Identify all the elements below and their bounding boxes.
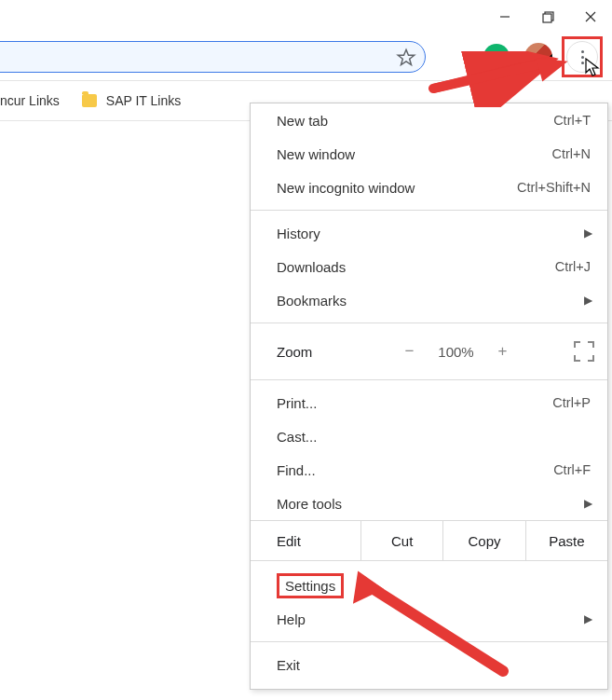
menu-new-window[interactable]: New window Ctrl+N	[251, 137, 607, 171]
menu-exit[interactable]: Exit	[251, 648, 607, 681]
more-button-highlight	[562, 36, 603, 77]
menu-settings[interactable]: Settings	[251, 569, 607, 602]
menu-shortcut: Ctrl+P	[552, 395, 591, 410]
menu-label: History	[277, 226, 320, 241]
menu-edit-row: Edit Cut Copy Paste	[251, 520, 607, 561]
menu-bookmarks[interactable]: Bookmarks ▶	[251, 283, 607, 317]
menu-shortcut: Ctrl+J	[555, 259, 591, 274]
menu-cast[interactable]: Cast...	[251, 419, 607, 453]
menu-label: Settings	[285, 578, 335, 594]
menu-label: Downloads	[277, 259, 346, 275]
edit-cut-button[interactable]: Cut	[360, 521, 442, 560]
settings-highlight: Settings	[277, 573, 344, 598]
bookmark-folder-1[interactable]: ncur Links	[0, 93, 60, 108]
menu-label: Print...	[277, 395, 317, 411]
chrome-menu: New tab Ctrl+T New window Ctrl+N New inc…	[250, 103, 608, 690]
edit-copy-button[interactable]: Copy	[442, 521, 524, 560]
zoom-out-button[interactable]: −	[405, 342, 415, 361]
submenu-arrow-icon: ▶	[584, 612, 592, 625]
menu-label: New window	[277, 146, 355, 162]
close-button[interactable]	[569, 0, 612, 34]
extension-badge: off	[487, 63, 507, 75]
edit-label: Edit	[251, 533, 360, 549]
menu-separator	[251, 210, 607, 211]
bookmark-label: SAP IT Links	[106, 93, 181, 108]
extension-icon[interactable]: off	[483, 44, 510, 70]
folder-icon	[82, 94, 97, 107]
menu-more-tools[interactable]: More tools ▶	[251, 487, 607, 520]
menu-label: Help	[277, 611, 306, 627]
submenu-arrow-icon: ▶	[584, 226, 592, 240]
menu-shortcut: Ctrl+N	[552, 146, 592, 161]
menu-shortcut: Ctrl+F	[553, 462, 591, 477]
menu-label: Cast...	[277, 429, 317, 445]
toolbar: off	[0, 34, 612, 80]
address-bar[interactable]	[0, 41, 426, 73]
submenu-arrow-icon: ▶	[584, 294, 592, 307]
menu-separator	[251, 379, 607, 380]
zoom-label: Zoom	[277, 344, 360, 360]
menu-print[interactable]: Print... Ctrl+P	[251, 386, 607, 419]
zoom-in-button[interactable]: +	[498, 342, 508, 361]
menu-find[interactable]: Find... Ctrl+F	[251, 453, 607, 487]
bookmark-folder-2[interactable]: SAP IT Links	[82, 93, 181, 108]
menu-shortcut: Ctrl+Shift+N	[517, 180, 591, 195]
fullscreen-button[interactable]	[574, 341, 594, 362]
menu-label: Find...	[277, 462, 316, 478]
menu-label: New incognito window	[277, 180, 415, 196]
menu-history[interactable]: History ▶	[251, 216, 607, 250]
window-controls	[0, 0, 612, 34]
zoom-value: 100%	[435, 344, 478, 360]
submenu-arrow-icon: ▶	[584, 497, 592, 510]
svg-marker-5	[398, 49, 414, 64]
menu-label: Bookmarks	[277, 293, 347, 309]
menu-label: New tab	[277, 113, 328, 129]
bookmark-star-icon[interactable]	[396, 48, 416, 68]
minimize-button[interactable]	[483, 0, 526, 34]
menu-incognito[interactable]: New incognito window Ctrl+Shift+N	[251, 171, 607, 204]
profile-avatar[interactable]	[524, 43, 552, 71]
edit-paste-button[interactable]: Paste	[525, 521, 607, 560]
menu-zoom: Zoom − 100% +	[251, 329, 607, 374]
menu-new-tab[interactable]: New tab Ctrl+T	[251, 103, 607, 137]
cursor-icon	[585, 58, 602, 78]
menu-label: More tools	[277, 496, 342, 512]
menu-label: Exit	[277, 657, 300, 673]
menu-downloads[interactable]: Downloads Ctrl+J	[251, 250, 607, 283]
menu-separator	[251, 323, 607, 323]
svg-rect-2	[543, 14, 551, 22]
menu-shortcut: Ctrl+T	[553, 113, 591, 128]
menu-help[interactable]: Help ▶	[251, 602, 607, 636]
bookmark-label: ncur Links	[0, 93, 60, 108]
maximize-button[interactable]	[526, 0, 569, 34]
menu-separator	[251, 641, 607, 642]
